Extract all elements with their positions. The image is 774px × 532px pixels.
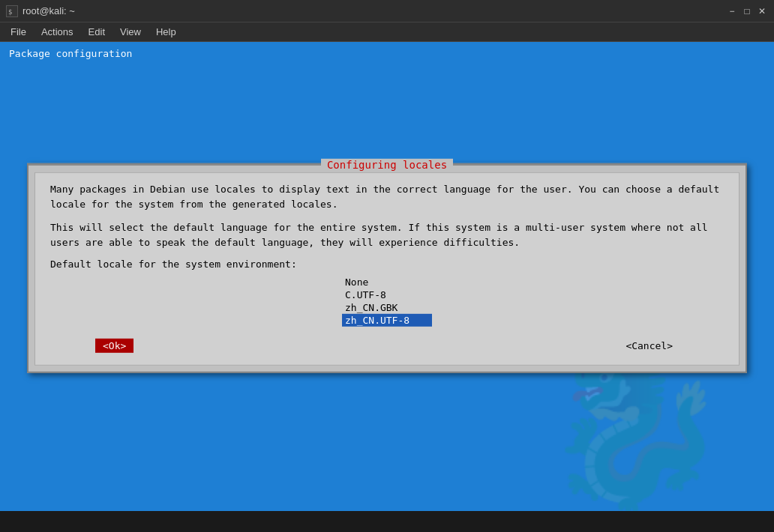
- close-button[interactable]: ✕: [756, 5, 768, 17]
- menu-file[interactable]: File: [3, 25, 34, 39]
- dialog-content: Many packages in Debian use locales to d…: [34, 172, 740, 366]
- title-bar-controls: − □ ✕: [726, 5, 768, 17]
- title-bar: $ root@kali: ~ − □ ✕: [0, 0, 774, 22]
- maximize-button[interactable]: □: [741, 5, 753, 17]
- title-bar-left: $ root@kali: ~: [6, 5, 75, 17]
- window-title: root@kali: ~: [22, 5, 75, 16]
- package-config-label: Package configuration: [9, 48, 132, 59]
- ok-button[interactable]: <Ok>: [95, 339, 134, 353]
- taskbar: [0, 511, 774, 532]
- menu-help[interactable]: Help: [148, 25, 184, 39]
- locale-list: None C.UTF-8 zh_CN.GBK zh_CN.UTF-8: [50, 276, 724, 327]
- menu-edit[interactable]: Edit: [81, 25, 112, 39]
- cancel-button[interactable]: <Cancel>: [620, 339, 679, 353]
- dialog-buttons: <Ok> <Cancel>: [50, 339, 724, 353]
- dialog-text-2: This will select the default language fo…: [50, 220, 724, 250]
- menu-actions[interactable]: Actions: [34, 25, 81, 39]
- menu-bar: File Actions Edit View Help: [0, 22, 774, 42]
- dialog-locale-label: Default locale for the system environmen…: [50, 259, 724, 270]
- locale-zhcngbk[interactable]: zh_CN.GBK: [342, 301, 432, 314]
- dialog-title-bar: Configuring locales: [28, 157, 746, 172]
- dialog-text-1: Many packages in Debian use locales to d…: [50, 182, 724, 211]
- terminal-icon: $: [6, 5, 18, 17]
- terminal-area: Package configuration 🐉 Configuring loca…: [0, 42, 774, 511]
- kali-watermark: 🐉: [542, 354, 729, 504]
- locale-none[interactable]: None: [342, 276, 432, 288]
- configure-locales-dialog: Configuring locales Many packages in Deb…: [27, 163, 747, 373]
- terminal-window: $ root@kali: ~ − □ ✕ File Actions Edit V…: [0, 0, 774, 532]
- svg-text:$: $: [8, 8, 12, 16]
- minimize-button[interactable]: −: [726, 5, 738, 17]
- locale-zhcnutf8[interactable]: zh_CN.UTF-8: [342, 314, 432, 327]
- locale-cutf8[interactable]: C.UTF-8: [342, 288, 432, 301]
- dialog-title: Configuring locales: [321, 159, 453, 171]
- menu-view[interactable]: View: [112, 25, 148, 39]
